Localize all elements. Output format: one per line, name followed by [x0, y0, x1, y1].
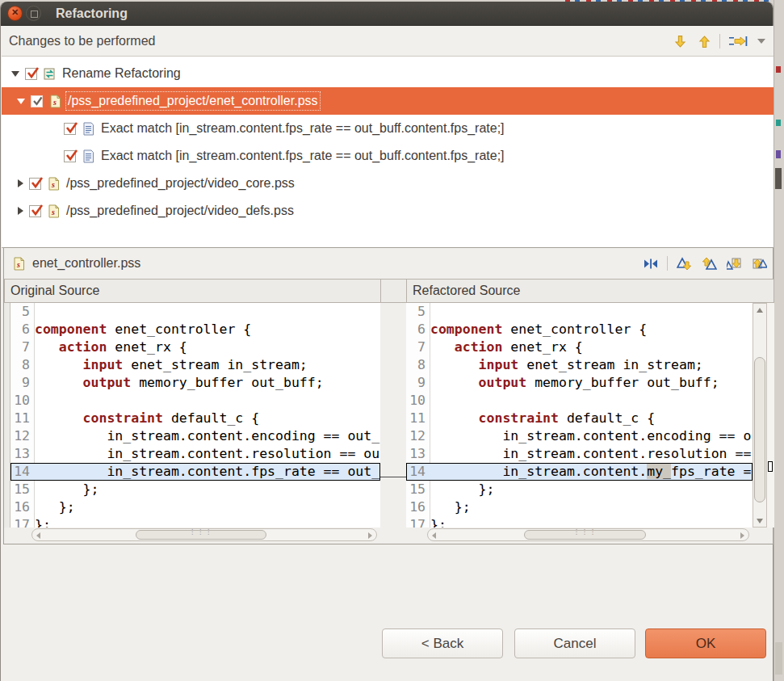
line-number: 13	[10, 445, 35, 463]
menu-caret-icon[interactable]	[756, 32, 767, 50]
changes-header-title: Changes to be performed	[9, 34, 155, 48]
code-line: 8 input enet_stream in_stream;	[10, 356, 380, 374]
compare-title: enet_controller.pss	[32, 256, 140, 271]
expander-icon[interactable]	[18, 207, 23, 215]
line-number: 10	[10, 392, 35, 410]
line-number: 13	[406, 445, 430, 463]
svg-text:s: s	[51, 180, 55, 189]
code-line: 16 };	[406, 498, 753, 516]
refactored-source-pane[interactable]: 56component enet_controller {7 action en…	[406, 303, 753, 528]
maximize-icon[interactable]	[26, 6, 41, 21]
refactoring-dialog: Refactoring Changes to be performed	[0, 2, 774, 681]
line-number: 12	[406, 427, 430, 445]
scroll-left-icon[interactable]	[36, 532, 40, 539]
checkbox[interactable]	[25, 68, 37, 80]
refactoring-icon	[43, 67, 57, 81]
tree-item-video-core[interactable]: s /pss_predefined_project/video_core.pss	[2, 170, 774, 197]
line-number: 11	[406, 410, 430, 427]
line-number: 14	[406, 463, 430, 481]
scrollbar-thumb[interactable]	[524, 530, 646, 540]
tree-item-video-defs[interactable]: s /pss_predefined_project/video_defs.pss	[2, 197, 774, 225]
refactored-source-label: Refactored Source	[413, 284, 520, 298]
cancel-button[interactable]: Cancel	[514, 628, 635, 658]
line-number: 6	[406, 321, 430, 338]
checkbox[interactable]	[31, 95, 43, 107]
tree-item-exact-match-2[interactable]: Exact match [in_stream.content.fps_rate …	[2, 142, 774, 170]
overview-ruler[interactable]	[767, 303, 774, 528]
line-number: 10	[406, 392, 430, 410]
scroll-down-icon[interactable]	[753, 515, 766, 527]
code-line: 13 in_stream.content.resolution == ou	[10, 445, 380, 463]
move-down-icon[interactable]	[671, 32, 689, 50]
scroll-left-icon[interactable]	[432, 532, 436, 539]
code-line: 11 constraint default_c {	[406, 410, 753, 427]
code-line: 15 };	[406, 481, 753, 498]
change-marker[interactable]	[768, 461, 773, 472]
vertical-scrollbar[interactable]	[753, 303, 767, 528]
checkbox[interactable]	[29, 205, 41, 217]
checkbox[interactable]	[64, 150, 76, 162]
filter-changes-icon[interactable]	[727, 32, 749, 50]
match-icon	[82, 122, 95, 136]
scroll-up-icon[interactable]	[753, 304, 766, 316]
code-line: 9 output memory_buffer out_buff;	[406, 374, 753, 392]
diff-connector-line	[380, 477, 406, 477]
scrollbar-thumb[interactable]	[136, 530, 266, 540]
ok-button[interactable]: OK	[645, 628, 766, 658]
expander-icon[interactable]	[17, 99, 25, 104]
code-line: 13 in_stream.content.resolution ==	[406, 445, 753, 463]
checkbox[interactable]	[64, 123, 76, 135]
tree-item-rename-refactoring[interactable]: Rename Refactoring	[2, 60, 774, 87]
code-line: 7 action enet_rx {	[406, 338, 753, 356]
line-number: 9	[10, 374, 35, 392]
line-number: 15	[10, 481, 35, 498]
code-line: 14 in_stream.content.fps_rate == out_	[10, 463, 380, 481]
code-line: 17};	[406, 516, 753, 528]
code-line: 6component enet_controller {	[406, 321, 753, 338]
original-source-label: Original Source	[10, 284, 99, 298]
changes-tree: Rename Refactoring s /pss_predefined_pro…	[2, 57, 774, 248]
line-number: 16	[10, 498, 35, 516]
tree-item-enet-controller[interactable]: s /pss_predefined_project/enet_controlle…	[2, 87, 774, 115]
svg-text:s: s	[16, 260, 20, 269]
code-line: 12 in_stream.content.encoding == out_	[10, 427, 380, 445]
previous-difference-icon[interactable]	[700, 254, 718, 272]
line-number: 17	[406, 516, 430, 528]
titlebar[interactable]: Refactoring	[1, 2, 773, 26]
left-overview-ruler	[4, 303, 10, 528]
move-up-icon[interactable]	[695, 32, 713, 50]
right-horizontal-scrollbar[interactable]	[427, 528, 749, 541]
code-line: 15 };	[10, 481, 380, 498]
line-number: 8	[406, 356, 430, 374]
next-change-icon[interactable]	[725, 254, 743, 272]
scroll-right-icon[interactable]	[740, 532, 744, 539]
code-line: 7 action enet_rx {	[10, 338, 380, 356]
svg-text:s: s	[52, 98, 57, 107]
checkbox[interactable]	[29, 178, 41, 190]
tree-item-exact-match-1[interactable]: Exact match [in_stream.content.fps_rate …	[2, 115, 774, 142]
scroll-right-icon[interactable]	[368, 532, 372, 539]
swap-panes-icon[interactable]	[642, 254, 660, 272]
pane-header-gap	[380, 279, 407, 303]
close-icon[interactable]	[7, 6, 23, 21]
expander-icon[interactable]	[11, 71, 19, 77]
line-number: 17	[10, 516, 35, 528]
svg-text:s: s	[51, 208, 55, 216]
expander-icon[interactable]	[18, 179, 23, 187]
next-difference-icon[interactable]	[675, 254, 693, 272]
left-horizontal-scrollbar[interactable]	[31, 528, 377, 541]
tree-item-label: Exact match [in_stream.content.fps_rate …	[101, 149, 505, 163]
scrollbar-thumb[interactable]	[754, 357, 765, 502]
back-button[interactable]: < Back	[382, 628, 503, 658]
line-number: 14	[10, 463, 35, 481]
code-line: 10	[10, 392, 380, 410]
tree-item-label: /pss_predefined_project/video_defs.pss	[66, 204, 294, 218]
original-source-pane[interactable]: 56component enet_controller {7 action en…	[10, 303, 380, 528]
code-line: 8 input enet_stream in_stream;	[406, 356, 753, 374]
line-number: 7	[406, 338, 430, 356]
code-line: 16 };	[10, 498, 380, 516]
code-line: 9 output memory_buffer out_buff;	[10, 374, 380, 392]
code-line: 17};	[10, 516, 380, 528]
previous-change-icon[interactable]	[750, 254, 768, 272]
pss-file-icon: s	[48, 95, 62, 108]
